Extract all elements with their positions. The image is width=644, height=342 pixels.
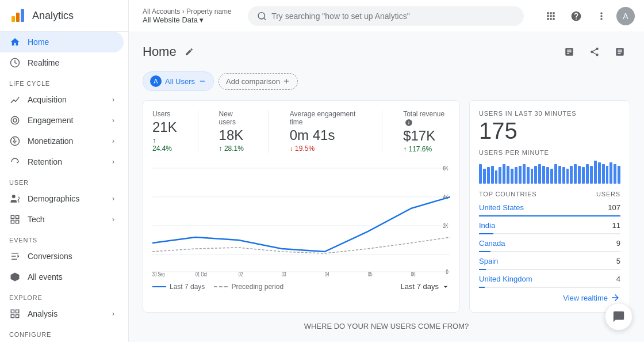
account-selector[interactable]: All Accounts › Property name All Website… bbox=[138, 5, 236, 26]
section-label-lifecycle: LIFE CYCLE bbox=[0, 73, 128, 89]
country-users: 107 bbox=[608, 203, 620, 212]
chat-button[interactable] bbox=[605, 303, 632, 330]
sidebar-item-tech[interactable]: Tech › bbox=[0, 209, 124, 230]
mini-bar bbox=[527, 167, 530, 184]
sidebar-item-label: Acquisition bbox=[28, 95, 67, 104]
header-actions bbox=[559, 41, 630, 62]
country-name[interactable]: Spain bbox=[479, 257, 498, 265]
chart-legend: Last 7 days Preceding period bbox=[152, 283, 283, 291]
expand-icon: › bbox=[112, 158, 114, 166]
metric-label: Users bbox=[152, 110, 177, 118]
share-button[interactable] bbox=[584, 41, 605, 62]
country-users: 9 bbox=[616, 239, 620, 248]
realtime-icon bbox=[9, 57, 21, 69]
mini-bar bbox=[483, 169, 486, 184]
realtime-label: USERS IN LAST 30 MINUTES bbox=[479, 110, 620, 117]
mini-bar bbox=[523, 164, 526, 184]
monetization-icon bbox=[9, 135, 21, 147]
sidebar-item-label: Realtime bbox=[28, 58, 59, 67]
bottom-section-header: WHERE DO YOUR NEW USERS COME FROM? bbox=[143, 322, 630, 335]
expand-icon: › bbox=[112, 96, 114, 104]
sidebar-item-demographics[interactable]: Demographics › bbox=[0, 188, 124, 209]
view-realtime-link[interactable]: View realtime bbox=[479, 292, 620, 303]
all-users-filter[interactable]: A All Users bbox=[143, 71, 214, 91]
topbar-icons: A bbox=[540, 6, 635, 26]
help-button[interactable] bbox=[566, 6, 586, 26]
sidebar-item-conversions[interactable]: Conversions bbox=[0, 246, 124, 267]
sidebar-item-label: Conversions bbox=[28, 252, 72, 261]
country-name[interactable]: Canada bbox=[479, 239, 505, 248]
svg-text:03: 03 bbox=[282, 271, 286, 277]
svg-rect-12 bbox=[11, 315, 14, 318]
main-chart-card: Users 21K ↑ 24.4% New users 18K ↑ 28.1% … bbox=[143, 100, 460, 313]
svg-marker-9 bbox=[18, 254, 20, 258]
per-minute-label: USERS PER MINUTE bbox=[479, 149, 620, 156]
sidebar-item-label: Monetization bbox=[28, 136, 73, 146]
sidebar-item-retention[interactable]: Retention › bbox=[0, 151, 124, 172]
realtime-number: 175 bbox=[479, 119, 620, 142]
svg-point-14 bbox=[258, 12, 264, 18]
share-options-button[interactable] bbox=[559, 41, 580, 62]
country-name[interactable]: United States bbox=[479, 203, 524, 212]
chart-area: 6K 4K 2K 0 30 Sep 01 Oct 02 03 04 05 06 bbox=[152, 162, 450, 278]
filter-label: All Users bbox=[165, 77, 195, 86]
topbar: All Accounts › Property name All Website… bbox=[129, 0, 644, 32]
svg-rect-13 bbox=[16, 315, 19, 318]
expand-icon: › bbox=[112, 310, 114, 318]
filter-avatar: A bbox=[150, 75, 162, 87]
mini-bar bbox=[574, 164, 577, 184]
metric-value: $17K bbox=[403, 128, 450, 144]
sidebar-item-home[interactable]: Home bbox=[0, 32, 124, 52]
sidebar-item-analysis[interactable]: Analysis › bbox=[0, 303, 124, 324]
mini-bar bbox=[554, 164, 557, 184]
country-name[interactable]: United Kingdom bbox=[479, 275, 532, 283]
search-icon bbox=[257, 11, 267, 21]
dashboard-grid: Users 21K ↑ 24.4% New users 18K ↑ 28.1% … bbox=[143, 100, 630, 313]
mini-bar bbox=[538, 164, 541, 184]
sidebar-item-all-events[interactable]: All events bbox=[0, 267, 124, 287]
svg-point-2 bbox=[13, 119, 17, 122]
mini-bar bbox=[503, 164, 505, 184]
date-range-selector[interactable]: Last 7 days bbox=[401, 282, 451, 291]
sidebar-item-monetization[interactable]: Monetization › bbox=[0, 131, 124, 151]
expand-icon: › bbox=[112, 195, 114, 203]
metric-change: ↓ 19.5% bbox=[290, 145, 362, 153]
analysis-icon bbox=[9, 308, 21, 320]
sidebar-item-label: Tech bbox=[28, 215, 45, 224]
country-name[interactable]: India bbox=[479, 221, 495, 230]
mini-bar bbox=[558, 166, 561, 184]
sidebar-item-label: Demographics bbox=[28, 194, 79, 203]
edit-title-button[interactable] bbox=[181, 44, 197, 60]
acquisition-icon bbox=[9, 94, 21, 105]
users-col-label: USERS bbox=[596, 191, 620, 197]
countries-list: United States 107 India 11 Canada 9 bbox=[479, 201, 620, 288]
section-label-events: EVENTS bbox=[0, 230, 128, 246]
avatar[interactable]: A bbox=[616, 7, 635, 25]
mini-bar bbox=[578, 166, 581, 184]
mini-bar bbox=[598, 162, 601, 184]
insights-button[interactable] bbox=[610, 41, 630, 62]
sidebar-item-engagement[interactable]: Engagement › bbox=[0, 110, 124, 131]
mini-bar bbox=[542, 166, 545, 184]
add-comparison-label: Add comparison bbox=[226, 77, 280, 86]
search-bar[interactable] bbox=[248, 6, 524, 26]
search-input[interactable] bbox=[271, 12, 515, 21]
section-label-user: USER bbox=[0, 172, 128, 188]
metric-divider bbox=[198, 110, 198, 153]
add-comparison-button[interactable]: Add comparison bbox=[218, 73, 298, 90]
metric-users: Users 21K ↑ 24.4% bbox=[152, 110, 177, 153]
expand-icon: › bbox=[112, 137, 114, 145]
apps-button[interactable] bbox=[540, 6, 561, 26]
svg-rect-6 bbox=[16, 215, 19, 218]
svg-text:0: 0 bbox=[446, 268, 448, 275]
sidebar-item-acquisition[interactable]: Acquisition › bbox=[0, 89, 124, 110]
mini-bar bbox=[495, 170, 498, 184]
mini-bar bbox=[594, 161, 597, 184]
filter-row: A All Users Add comparison bbox=[143, 71, 630, 91]
more-button[interactable] bbox=[591, 6, 612, 26]
metric-divider bbox=[382, 110, 382, 153]
svg-text:04: 04 bbox=[325, 271, 329, 277]
svg-text:6K: 6K bbox=[443, 164, 448, 172]
sidebar-item-realtime[interactable]: Realtime bbox=[0, 52, 124, 73]
svg-text:05: 05 bbox=[368, 271, 373, 277]
